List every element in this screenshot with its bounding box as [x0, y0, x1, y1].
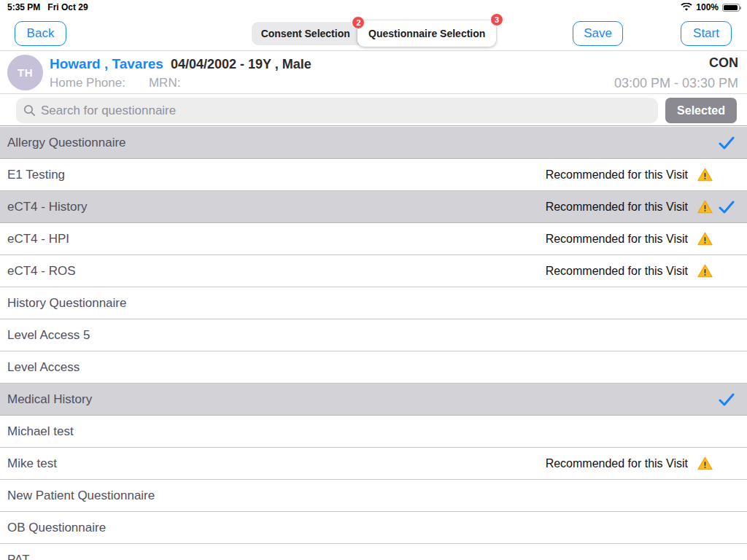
patient-header: TH Howard , Tavares 04/04/2002 - 19Y , M… — [0, 51, 747, 94]
wifi-icon — [681, 3, 692, 12]
warning-icon-slot — [697, 198, 713, 216]
list-item[interactable]: Level Access — [0, 351, 747, 384]
questionnaire-name: Allergy Questionnaire — [7, 136, 718, 150]
back-button[interactable]: Back — [15, 21, 66, 46]
mrn-label: MRN: — [149, 76, 180, 90]
status-bar: 5:35 PM Fri Oct 29 100% — [0, 0, 747, 15]
status-time: 5:35 PM — [7, 2, 40, 12]
checkmark-slot-empty — [718, 230, 735, 248]
questionnaire-name: Level Access 5 — [7, 328, 718, 343]
search-field[interactable] — [16, 98, 658, 123]
list-item[interactable]: eCT4 - ROSRecommended for this Visit — [0, 255, 747, 287]
warning-icon — [697, 232, 713, 246]
home-phone-label: Home Phone: — [50, 76, 125, 90]
list-item[interactable]: Medical History — [0, 384, 747, 416]
checkmark-icon — [719, 201, 735, 214]
list-item[interactable]: PAT — [0, 544, 747, 560]
recommended-label: Recommended for this Visit — [546, 265, 688, 278]
row-right — [718, 295, 735, 312]
list-item[interactable]: History Questionnaire — [0, 287, 747, 319]
patient-demographics: 04/04/2002 - 19Y , Male — [171, 57, 311, 72]
row-right — [718, 551, 735, 560]
list-item[interactable]: eCT4 - HPIRecommended for this Visit — [0, 223, 747, 255]
questionnaire-list: Allergy QuestionnaireE1 TestingRecommend… — [0, 127, 747, 560]
tab-consent-selection[interactable]: Consent Selection 2 — [252, 22, 359, 45]
questionnaire-name: Mike test — [7, 456, 546, 471]
checkmark-slot-empty — [718, 519, 735, 537]
warning-icon — [697, 168, 713, 182]
list-item[interactable]: New Patient Questionnaire — [0, 480, 747, 512]
warning-icon — [697, 264, 713, 278]
list-item[interactable]: OB Questionnaire — [0, 512, 747, 544]
row-right: Recommended for this Visit — [546, 230, 735, 248]
row-right — [718, 423, 735, 440]
checkmark-slot-empty — [718, 423, 735, 440]
row-right: Recommended for this Visit — [546, 198, 735, 216]
battery-icon — [722, 4, 740, 12]
questionnaire-name: Michael test — [7, 424, 718, 439]
battery-percent: 100% — [696, 2, 719, 12]
nav-bar: Back Consent Selection 2 Questionnaire S… — [0, 15, 747, 51]
list-item[interactable]: Michael test — [0, 416, 747, 448]
questionnaire-name: Level Access — [7, 360, 718, 375]
segmented-control: Consent Selection 2 Questionnaire Select… — [252, 22, 495, 45]
status-date: Fri Oct 29 — [47, 2, 88, 12]
questionnaire-name: OB Questionnaire — [7, 521, 718, 535]
checkmark-icon — [719, 393, 735, 406]
questionnaire-name: New Patient Questionnaire — [7, 489, 718, 503]
recommended-label: Recommended for this Visit — [546, 457, 688, 470]
recommended-label: Recommended for this Visit — [546, 201, 688, 214]
checkmark-slot — [718, 391, 735, 408]
row-right: Recommended for this Visit — [546, 166, 735, 184]
questionnaire-name: eCT4 - HPI — [7, 232, 546, 246]
row-right — [718, 359, 735, 376]
checkmark-slot-empty — [718, 262, 735, 280]
row-right — [718, 391, 735, 408]
search-row: Selected — [0, 95, 747, 126]
row-right — [718, 134, 735, 152]
patient-name[interactable]: Howard , Tavares — [50, 56, 163, 72]
questionnaire-name: Medical History — [7, 392, 718, 407]
warning-icon-slot — [697, 230, 713, 248]
questionnaire-name: eCT4 - ROS — [7, 264, 546, 279]
visit-time: 03:00 PM - 03:30 PM — [614, 76, 738, 91]
questionnaire-name: PAT — [7, 553, 718, 560]
checkmark-icon — [719, 136, 735, 149]
questionnaire-badge: 3 — [490, 13, 503, 26]
list-item[interactable]: eCT4 - HistoryRecommended for this Visit — [0, 191, 747, 223]
checkmark-slot-empty — [718, 166, 735, 184]
row-right — [718, 487, 735, 505]
warning-icon-slot — [697, 455, 713, 472]
search-input[interactable] — [41, 104, 651, 118]
save-button[interactable]: Save — [573, 21, 623, 46]
checkmark-slot-empty — [718, 487, 735, 505]
warning-icon — [697, 200, 713, 214]
avatar: TH — [7, 55, 43, 90]
checkmark-slot-empty — [718, 295, 735, 312]
tab-questionnaire-selection[interactable]: Questionnaire Selection 3 — [357, 20, 496, 47]
list-item[interactable]: Level Access 5 — [0, 319, 747, 351]
selected-filter-button[interactable]: Selected — [665, 98, 737, 123]
start-button[interactable]: Start — [681, 21, 732, 46]
warning-icon-slot — [697, 262, 713, 280]
questionnaire-name: E1 Testing — [7, 168, 546, 182]
visit-type-badge: CON — [709, 55, 738, 71]
row-right — [718, 327, 735, 344]
recommended-label: Recommended for this Visit — [546, 168, 688, 182]
checkmark-slot — [718, 198, 735, 216]
checkmark-slot-empty — [718, 359, 735, 376]
row-right: Recommended for this Visit — [546, 262, 735, 280]
list-item[interactable]: E1 TestingRecommended for this Visit — [0, 159, 747, 191]
search-icon — [23, 104, 36, 117]
checkmark-slot-empty — [718, 455, 735, 472]
warning-icon — [697, 456, 713, 470]
checkmark-slot — [718, 134, 735, 152]
tab-label: Consent Selection — [261, 28, 350, 39]
row-right: Recommended for this Visit — [546, 455, 735, 472]
list-item[interactable]: Allergy Questionnaire — [0, 127, 747, 159]
questionnaire-name: eCT4 - History — [7, 200, 546, 214]
list-item[interactable]: Mike testRecommended for this Visit — [0, 448, 747, 480]
checkmark-slot-empty — [718, 551, 735, 560]
checkmark-slot-empty — [718, 327, 735, 344]
row-right — [718, 519, 735, 537]
